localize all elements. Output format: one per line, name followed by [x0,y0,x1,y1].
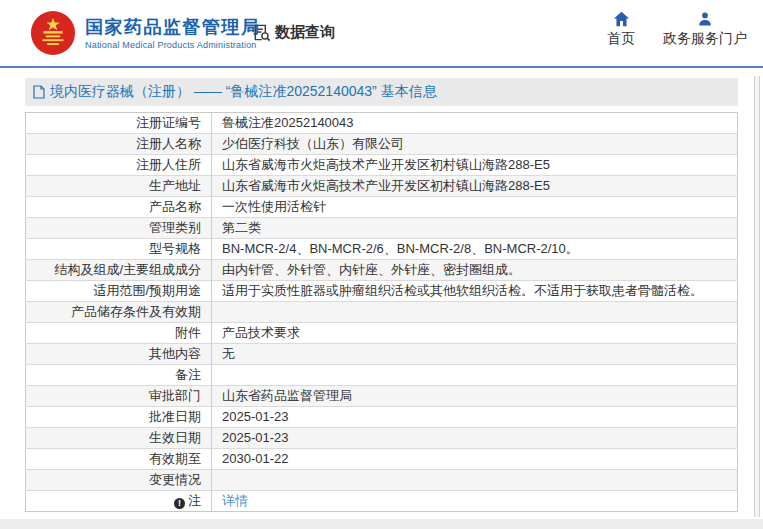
row-label: 附件 [26,323,212,344]
row-value: 无 [212,344,738,365]
note-icon: ! [174,498,185,509]
row-value: 第二类 [212,218,738,239]
row-label: 变更情况 [26,470,212,491]
row-label: !注 [26,491,212,512]
row-label-text: 产品储存条件及有效期 [71,304,201,319]
row-label-text: 注册人住所 [136,157,201,172]
table-row: 附件 产品技术要求 [26,323,738,344]
table-row: 产品名称 一次性使用活检针 [26,197,738,218]
scrollbar[interactable] [754,76,760,517]
row-label: 审批部门 [26,386,212,407]
row-label-text: 结构及组成/主要组成成分 [54,262,201,277]
row-label-text: 备注 [175,367,201,382]
row-label: 注册证编号 [26,113,212,134]
brand-text: 国家药品监督管理局 National Medical Products Admi… [85,16,261,50]
nav-portal-label: 政务服务门户 [663,30,747,48]
brand-title: 国家药品监督管理局 [85,16,261,38]
row-value: 山东省药品监督管理局 [212,386,738,407]
brand-link[interactable]: 国家药品监督管理局 National Medical Products Admi… [30,10,261,56]
row-value: 由内针管、外针管、内针座、外针座、密封圈组成。 [212,260,738,281]
table-row: 有效期至 2030-01-22 [26,449,738,470]
row-label-text: 型号规格 [149,241,201,256]
info-table: 注册证编号 鲁械注准20252140043 注册人名称 少伯医疗科技（山东）有限… [25,112,738,512]
row-label-text: 变更情况 [149,472,201,487]
row-label-text: 有效期至 [149,451,201,466]
row-value: 山东省威海市火炬高技术产业开发区初村镇山海路288-E5 [212,176,738,197]
row-label: 产品储存条件及有效期 [26,302,212,323]
row-label: 适用范围/预期用途 [26,281,212,302]
row-label: 生效日期 [26,428,212,449]
table-row: 生产地址 山东省威海市火炬高技术产业开发区初村镇山海路288-E5 [26,176,738,197]
row-value [212,365,738,386]
row-label-text: 适用范围/预期用途 [93,283,201,298]
doc-search-icon [252,23,271,42]
brand-subtitle: National Medical Products Administration [85,40,261,50]
row-value: 2025-01-23 [212,407,738,428]
row-value: 少伯医疗科技（山东）有限公司 [212,134,738,155]
row-value: BN-MCR-2/4、BN-MCR-2/6、BN-MCR-2/8、BN-MCR-… [212,239,738,260]
table-row: 注册证编号 鲁械注准20252140043 [26,113,738,134]
nav-home[interactable]: 首页 [607,11,635,48]
page-title-bar: 境内医疗器械（注册） —— “鲁械注准20252140043” 基本信息 [25,78,738,106]
row-value: 2030-01-22 [212,449,738,470]
row-label-text: 注册证编号 [136,115,201,130]
row-label: 管理类别 [26,218,212,239]
row-label-text: 生效日期 [149,430,201,445]
row-label: 备注 [26,365,212,386]
row-value: 2025-01-23 [212,428,738,449]
row-label-text: 管理类别 [149,220,201,235]
row-label: 注册人住所 [26,155,212,176]
table-row: 审批部门 山东省药品监督管理局 [26,386,738,407]
table-row: !注 详情 [26,491,738,512]
row-label-text: 注 [188,493,201,508]
row-label-text: 其他内容 [149,346,201,361]
row-label-text: 审批部门 [149,388,201,403]
page-icon [33,85,45,99]
table-row: 注册人住所 山东省威海市火炬高技术产业开发区初村镇山海路288-E5 [26,155,738,176]
row-value: 山东省威海市火炬高技术产业开发区初村镇山海路288-E5 [212,155,738,176]
table-row: 生效日期 2025-01-23 [26,428,738,449]
row-label: 型号规格 [26,239,212,260]
header: 国家药品监督管理局 National Medical Products Admi… [0,0,763,66]
table-row: 型号规格 BN-MCR-2/4、BN-MCR-2/6、BN-MCR-2/8、BN… [26,239,738,260]
row-value: 详情 [212,491,738,512]
data-query-button[interactable]: 数据查询 [252,23,335,42]
table-row: 适用范围/预期用途 适用于实质性脏器或肿瘤组织活检或其他软组织活检。不适用于获取… [26,281,738,302]
row-label: 结构及组成/主要组成成分 [26,260,212,281]
row-label: 生产地址 [26,176,212,197]
row-label: 产品名称 [26,197,212,218]
nav-home-label: 首页 [607,30,635,48]
header-divider [0,66,763,68]
row-value [212,470,738,491]
page-title: 境内医疗器械（注册） —— “鲁械注准20252140043” 基本信息 [50,83,437,101]
table-row: 备注 [26,365,738,386]
main-content: 境内医疗器械（注册） —— “鲁械注准20252140043” 基本信息 注册证… [25,78,738,512]
row-value [212,302,738,323]
detail-link[interactable]: 详情 [222,493,248,508]
user-icon [697,11,713,27]
table-row: 批准日期 2025-01-23 [26,407,738,428]
row-label: 注册人名称 [26,134,212,155]
row-label: 有效期至 [26,449,212,470]
row-label-text: 注册人名称 [136,136,201,151]
row-label-text: 产品名称 [149,199,201,214]
table-row: 其他内容 无 [26,344,738,365]
table-row: 变更情况 [26,470,738,491]
top-nav: 首页 政务服务门户 [607,11,747,48]
row-label-text: 批准日期 [149,409,201,424]
table-row: 注册人名称 少伯医疗科技（山东）有限公司 [26,134,738,155]
row-value: 适用于实质性脏器或肿瘤组织活检或其他软组织活检。不适用于获取患者骨髓活检。 [212,281,738,302]
emblem-logo [30,10,76,56]
row-value: 产品技术要求 [212,323,738,344]
row-label: 其他内容 [26,344,212,365]
table-row: 结构及组成/主要组成成分 由内针管、外针管、内针座、外针座、密封圈组成。 [26,260,738,281]
home-icon [613,11,630,27]
data-query-label: 数据查询 [275,23,335,42]
row-label-text: 生产地址 [149,178,201,193]
row-label: 批准日期 [26,407,212,428]
row-value: 鲁械注准20252140043 [212,113,738,134]
footer-strip [0,519,763,529]
row-value: 一次性使用活检针 [212,197,738,218]
table-row: 产品储存条件及有效期 [26,302,738,323]
nav-portal[interactable]: 政务服务门户 [663,11,747,48]
